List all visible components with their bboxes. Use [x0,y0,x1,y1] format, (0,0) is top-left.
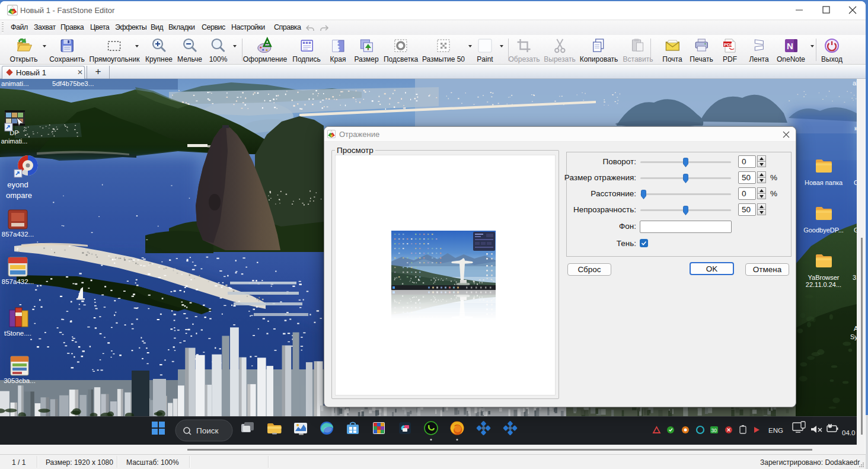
svg-text:5df4b75be3...: 5df4b75be3... [52,80,94,87]
svg-text:animati...: animati... [1,138,28,145]
svg-text:3.5: 3.5 [853,274,857,281]
svg-text:04.0: 04.0 [842,429,855,436]
svg-text:Sys: Sys [850,333,857,340]
svg-text:animati...: animati... [1,80,29,87]
svg-text:tStone....: tStone.... [4,330,31,337]
svg-text:857a432...: 857a432... [2,231,34,238]
svg-text:ENG: ENG [768,427,783,434]
svg-text:22.11.0.24...: 22.11.0.24... [806,281,841,288]
svg-text:YaBrowser: YaBrowser [808,274,840,281]
svg-text:als: als [853,79,857,87]
svg-text:Поиск: Поиск [196,426,219,435]
svg-text:eyond: eyond [7,180,28,189]
svg-text:N: N [787,41,793,51]
svg-text:PDF: PDF [724,42,733,47]
svg-text:ompare: ompare [6,191,32,200]
svg-text:30: 30 [711,427,717,433]
svg-text:Новая папка: Новая папка [805,179,843,186]
svg-text:GoodbyeDP...: GoodbyeDP... [803,226,844,234]
svg-text:3053cba...: 3053cba... [4,377,36,384]
svg-text:857a432...: 857a432... [2,278,34,285]
